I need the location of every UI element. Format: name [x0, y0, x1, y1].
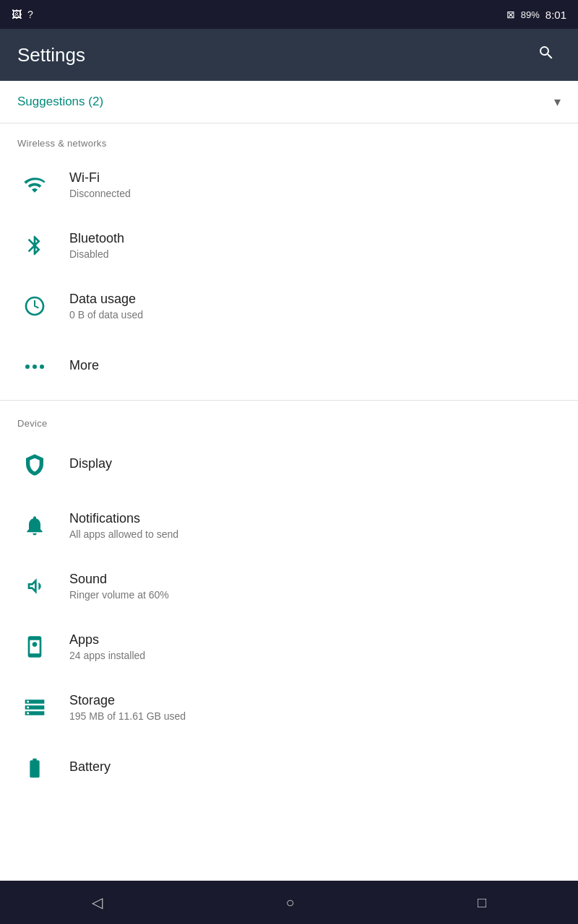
notifications-title: Notifications	[69, 511, 178, 526]
gallery-icon: 🖼	[12, 9, 22, 20]
notifications-subtitle: All apps allowed to send	[69, 528, 178, 540]
settings-item-apps[interactable]: Apps 24 apps installed	[0, 616, 578, 677]
settings-item-display[interactable]: Display	[0, 435, 578, 495]
settings-item-wifi[interactable]: Wi-Fi Disconnected	[0, 154, 578, 215]
storage-subtitle: 195 MB of 11.61 GB used	[69, 710, 186, 722]
data-usage-text: Data usage 0 B of data used	[69, 292, 143, 321]
settings-item-battery[interactable]: Battery	[0, 738, 578, 798]
battery-text: Battery	[69, 759, 111, 777]
battery-title: Battery	[69, 759, 111, 775]
section-header-device: Device	[0, 404, 578, 435]
bluetooth-icon	[17, 228, 52, 263]
settings-item-notifications[interactable]: Notifications All apps allowed to send	[0, 495, 578, 556]
wifi-title: Wi-Fi	[69, 170, 131, 186]
settings-item-data-usage[interactable]: Data usage 0 B of data used	[0, 276, 578, 336]
settings-item-storage[interactable]: Storage 195 MB of 11.61 GB used	[0, 677, 578, 738]
status-bar-left: 🖼 ?	[12, 9, 33, 20]
display-text: Display	[69, 456, 112, 474]
bluetooth-subtitle: Disabled	[69, 248, 124, 260]
wifi-text: Wi-Fi Disconnected	[69, 170, 131, 199]
search-button[interactable]	[532, 38, 561, 71]
status-bar-right: ⊠ 89% 8:01	[506, 9, 566, 21]
more-text: More	[69, 358, 99, 375]
more-title: More	[69, 358, 99, 373]
suggestions-row[interactable]: Suggestions (2) ▾	[0, 81, 578, 123]
apps-subtitle: 24 apps installed	[69, 650, 145, 661]
nav-bar: ◁ ○ □	[0, 881, 578, 924]
chevron-down-icon: ▾	[554, 94, 561, 110]
sound-text: Sound Ringer volume at 60%	[69, 572, 169, 601]
data-usage-subtitle: 0 B of data used	[69, 309, 143, 321]
suggestions-label: Suggestions (2)	[17, 95, 103, 109]
display-title: Display	[69, 456, 112, 471]
storage-title: Storage	[69, 693, 186, 708]
data-usage-title: Data usage	[69, 292, 143, 307]
wifi-icon	[17, 167, 52, 202]
clock: 8:01	[545, 9, 566, 21]
storage-text: Storage 195 MB of 11.61 GB used	[69, 693, 186, 722]
settings-content: Suggestions (2) ▾ Wireless & networks Wi…	[0, 81, 578, 881]
status-bar: 🖼 ? ⊠ 89% 8:01	[0, 0, 578, 29]
settings-item-more[interactable]: More	[0, 336, 578, 397]
section-divider	[0, 400, 578, 401]
data-usage-icon	[17, 289, 52, 323]
bluetooth-text: Bluetooth Disabled	[69, 231, 124, 260]
recents-button[interactable]: □	[456, 887, 508, 918]
app-bar: Settings	[0, 29, 578, 81]
section-header-wireless: Wireless & networks	[0, 123, 578, 154]
three-dots-icon	[25, 365, 44, 369]
more-icon	[17, 349, 52, 384]
back-button[interactable]: ◁	[70, 886, 124, 918]
notifications-text: Notifications All apps allowed to send	[69, 511, 178, 540]
wifi-unknown-icon: ?	[27, 9, 33, 20]
bluetooth-title: Bluetooth	[69, 231, 124, 246]
battery-icon	[17, 751, 52, 785]
display-icon	[17, 448, 52, 482]
storage-icon	[17, 690, 52, 725]
home-button[interactable]: ○	[264, 887, 316, 918]
notifications-icon	[17, 508, 52, 543]
no-sim-icon: ⊠	[506, 9, 515, 20]
apps-text: Apps 24 apps installed	[69, 632, 145, 661]
wifi-subtitle: Disconnected	[69, 188, 131, 199]
sound-subtitle: Ringer volume at 60%	[69, 589, 169, 601]
sound-title: Sound	[69, 572, 169, 587]
settings-item-sound[interactable]: Sound Ringer volume at 60%	[0, 556, 578, 616]
battery-level: 89%	[521, 9, 540, 20]
sound-icon	[17, 569, 52, 603]
page-title: Settings	[17, 44, 85, 66]
settings-item-bluetooth[interactable]: Bluetooth Disabled	[0, 215, 578, 276]
apps-icon	[17, 629, 52, 664]
apps-title: Apps	[69, 632, 145, 648]
